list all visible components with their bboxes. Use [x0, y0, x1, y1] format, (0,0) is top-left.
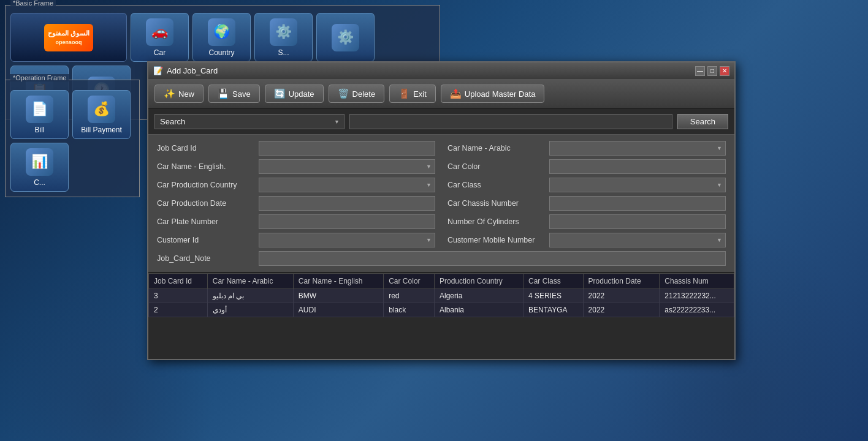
search-dropdown[interactable]: Search Job Card Id Car Name Customer Id: [154, 114, 345, 129]
nav-tile-country-label: Country: [208, 48, 234, 57]
table-cell: أودي: [207, 303, 293, 317]
car-name-arabic-select[interactable]: [549, 141, 726, 156]
form-row-car-name-english: Car Name - English.: [157, 159, 435, 174]
car-production-date-label: Car Production Date: [157, 199, 255, 208]
table-cell: 21213222232...: [660, 289, 734, 303]
maximize-button[interactable]: □: [707, 66, 717, 76]
save-label: Save: [232, 89, 251, 99]
nav-tile-country[interactable]: 🌍 Country: [192, 13, 251, 62]
form-row-customer-mobile: Customer Mobile Number: [447, 233, 726, 247]
add-job-card-dialog: 📝 Add Job_Card — □ ✕ ✨ New 💾 Save 🔄 Upda…: [147, 61, 736, 360]
car-class-label: Car Class: [447, 181, 546, 189]
car-chassis-number-label: Car Chassis Number: [447, 199, 546, 208]
car-name-arabic-label: Car Name - Arabic: [447, 144, 546, 153]
operation-frame: *Operation Frame 📄 Bill 💰 Bill Payment 📊…: [5, 80, 140, 197]
nav-tile-car-label: Car: [154, 48, 166, 57]
car-plate-number-input[interactable]: [259, 214, 435, 229]
save-button[interactable]: 💾 Save: [208, 85, 260, 103]
col-header-car-name-arabic: Car Name - Arabic: [207, 274, 293, 289]
form-row-car-class: Car Class: [447, 178, 726, 192]
search-input[interactable]: [349, 114, 672, 129]
table-cell: BENTAYGA: [523, 303, 583, 317]
nav-tile-settings[interactable]: ⚙️: [316, 13, 375, 62]
update-button[interactable]: 🔄 Update: [265, 85, 324, 103]
update-label: Update: [289, 89, 314, 99]
nav-tile-extra[interactable]: 📊 C...: [10, 143, 69, 192]
search-dropdown-wrapper: Search Job Card Id Car Name Customer Id …: [154, 114, 345, 129]
car-color-input[interactable]: [549, 159, 726, 174]
car-chassis-number-input[interactable]: [549, 196, 726, 211]
table-cell: 4 SERIES: [523, 289, 583, 303]
logo-tile[interactable]: السوق المفتوحopensooq: [10, 13, 127, 62]
nav-tile-service[interactable]: ⚙️ S...: [254, 13, 313, 62]
car-production-country-select[interactable]: [259, 178, 435, 192]
close-button[interactable]: ✕: [720, 66, 729, 76]
job-card-id-label: Job Card Id: [157, 144, 255, 153]
table-header-row: Job Card Id Car Name - Arabic Car Name -…: [149, 274, 734, 289]
minimize-button[interactable]: —: [695, 66, 705, 76]
upload-label: Upload Master Data: [465, 89, 536, 99]
new-icon: ✨: [164, 88, 175, 99]
delete-label: Delete: [352, 89, 376, 99]
dialog-titlebar: 📝 Add Job_Card — □ ✕: [148, 62, 734, 80]
form-area: Job Card Id Car Name - Arabic Car Name -…: [148, 135, 734, 273]
car-icon: 🚗: [146, 18, 173, 46]
service-icon: ⚙️: [270, 18, 297, 46]
col-header-car-class: Car Class: [523, 274, 583, 289]
update-icon: 🔄: [274, 88, 286, 99]
table-body: 3بي ام دبليوBMWredAlgeria4 SERIES2022212…: [149, 289, 734, 317]
col-header-car-name-english: Car Name - English: [293, 274, 383, 289]
dialog-title-icon: 📝: [153, 66, 163, 75]
job-card-note-label: Job_Card_Note: [157, 254, 255, 263]
dialog-toolbar: ✨ New 💾 Save 🔄 Update 🗑️ Delete 🚪 Exit 📤…: [148, 80, 734, 109]
car-class-select[interactable]: [549, 178, 726, 192]
col-header-production-country: Production Country: [434, 274, 523, 289]
nav-tile-bill-payment-label: Bill Payment: [81, 126, 122, 134]
table-cell: 2022: [583, 303, 660, 317]
bill-icon: 📄: [26, 96, 53, 123]
upload-icon: 📤: [450, 88, 462, 99]
form-grid: Job Card Id Car Name - Arabic Car Name -…: [157, 141, 726, 266]
nav-tile-car[interactable]: 🚗 Car: [131, 13, 189, 62]
data-table-wrapper: Job Card Id Car Name - Arabic Car Name -…: [148, 273, 734, 359]
form-row-car-production-country: Car Production Country: [157, 178, 435, 192]
form-row-car-production-date: Car Production Date: [157, 196, 435, 211]
car-name-english-select[interactable]: [259, 159, 435, 174]
form-row-car-name-arabic: Car Name - Arabic: [447, 141, 726, 156]
table-cell: 2022: [583, 289, 660, 303]
table-cell: Albania: [434, 303, 523, 317]
delete-icon: 🗑️: [338, 88, 349, 99]
upload-button[interactable]: 📤 Upload Master Data: [441, 85, 545, 103]
table-row[interactable]: 3بي ام دبليوBMWredAlgeria4 SERIES2022212…: [149, 289, 734, 303]
job-card-note-input[interactable]: [259, 251, 726, 266]
table-cell: 3: [149, 289, 208, 303]
nav-tile-bill-payment[interactable]: 💰 Bill Payment: [72, 90, 131, 139]
nav-tile-service-label: S...: [278, 48, 289, 57]
dialog-title-text: Add Job_Card: [167, 66, 218, 75]
table-cell: as222222233...: [660, 303, 734, 317]
country-icon: 🌍: [208, 18, 235, 46]
new-label: New: [178, 89, 194, 99]
table-row[interactable]: 2أوديAUDIblackAlbaniaBENTAYGA2022as22222…: [149, 303, 734, 317]
nav-tile-bill[interactable]: 📄 Bill: [10, 90, 69, 139]
table-cell: 2: [149, 303, 208, 317]
table-cell: AUDI: [293, 303, 383, 317]
form-row-car-chassis-number: Car Chassis Number: [447, 196, 726, 211]
col-header-job-card-id: Job Card Id: [149, 274, 208, 289]
customer-id-select[interactable]: [259, 233, 435, 247]
customer-id-wrapper: [259, 233, 435, 247]
save-icon: 💾: [218, 88, 229, 99]
search-button[interactable]: Search: [677, 114, 728, 129]
exit-button[interactable]: 🚪 Exit: [389, 85, 436, 103]
job-card-id-input[interactable]: [259, 141, 435, 156]
car-production-date-input[interactable]: [259, 196, 435, 211]
nav-tile-bill-label: Bill: [34, 126, 44, 134]
new-button[interactable]: ✨ New: [154, 85, 204, 103]
customer-mobile-select[interactable]: [549, 233, 726, 247]
delete-button[interactable]: 🗑️ Delete: [329, 85, 385, 103]
number-of-cylinders-input[interactable]: [549, 214, 726, 229]
customer-mobile-label: Customer Mobile Number: [447, 236, 546, 244]
dialog-window-controls: — □ ✕: [695, 66, 729, 76]
basic-frame-label: *Basic Frame: [10, 0, 56, 7]
exit-icon: 🚪: [398, 88, 410, 99]
